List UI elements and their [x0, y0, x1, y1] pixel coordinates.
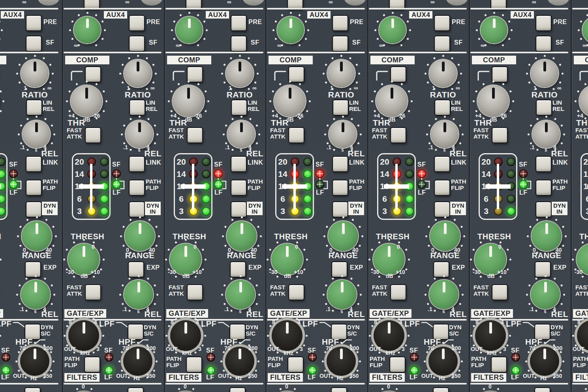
next-knob-partial[interactable] — [73, 390, 94, 392]
comp-link-button[interactable] — [535, 156, 552, 172]
aux3-knob-partial[interactable] — [344, 0, 366, 6]
comp-ratio-knob[interactable]: 1 ∞ — [424, 54, 462, 92]
aux4-pre-button[interactable] — [434, 15, 450, 31]
comp-link-button[interactable] — [129, 156, 145, 172]
path-flip-button[interactable] — [129, 180, 145, 196]
path-flip-button[interactable] — [332, 180, 348, 196]
comp-release-knob[interactable]: .1 s 4 — [17, 115, 55, 153]
aux4-level-knob[interactable]: ∞ — [0, 11, 3, 49]
filters-path-flip-button[interactable] — [389, 356, 406, 373]
gate-fast-attack-button[interactable] — [85, 284, 101, 300]
next-knob-partial[interactable] — [276, 390, 298, 392]
aux4-level-knob[interactable]: ∞ — [577, 11, 588, 49]
gate-fast-attack-button[interactable] — [390, 284, 406, 300]
next-button-partial[interactable] — [534, 387, 550, 392]
comp-lin-rel-button[interactable] — [129, 99, 145, 116]
gate-threshold-knob[interactable]: 0 -30 dB +10 — [165, 238, 207, 280]
aux4-sf-button[interactable] — [231, 36, 247, 52]
comp-threshold-knob[interactable]: +4 dB -26 — [269, 80, 311, 122]
comp-threshold-knob[interactable]: +4 dB -26 — [371, 80, 413, 122]
dyn-in-button[interactable] — [231, 201, 247, 218]
aux4-level-knob[interactable]: ∞ — [272, 11, 309, 49]
filters-path-flip-button[interactable] — [491, 356, 507, 373]
lpf-knob[interactable]: 8 4 OUT kHz 3 — [470, 315, 511, 356]
comp-release-knob[interactable]: .1 s 4 — [324, 115, 362, 153]
filters-path-flip-button[interactable] — [186, 356, 202, 373]
gate-release-knob[interactable]: .1 s 4 — [16, 275, 55, 314]
gate-threshold-knob[interactable]: 0 -30 dB +10 — [0, 238, 2, 280]
next-knob-partial[interactable] — [175, 390, 196, 392]
comp-lin-rel-button[interactable] — [26, 99, 42, 116]
next-button-partial[interactable] — [24, 387, 41, 392]
filters-path-flip-button[interactable] — [287, 356, 304, 373]
gate-threshold-knob[interactable]: 0 -30 dB +10 — [266, 238, 308, 280]
aux4-pre-button[interactable] — [26, 15, 42, 31]
path-flip-button[interactable] — [26, 180, 42, 196]
dyn-in-button[interactable] — [535, 201, 552, 218]
aux4-pre-button[interactable] — [129, 15, 145, 31]
comp-ratio-knob[interactable]: 1 ∞ — [119, 54, 157, 92]
dyn-in-button[interactable] — [129, 201, 145, 218]
aux3-knob-partial[interactable] — [141, 0, 162, 6]
aux4-pre-button[interactable] — [231, 15, 247, 31]
gate-range-knob[interactable]: 0 40 — [323, 216, 363, 256]
dyn-in-button[interactable] — [332, 201, 348, 218]
comp-ratio-knob[interactable]: 1 ∞ — [526, 54, 564, 92]
comp-lin-rel-button[interactable] — [536, 99, 552, 116]
aux4-pre-button[interactable] — [535, 15, 552, 31]
path-flip-button[interactable] — [434, 180, 450, 196]
gate-release-knob[interactable]: .1 s 4 — [119, 275, 158, 314]
aux3-knob-partial[interactable] — [446, 0, 468, 6]
comp-fast-attack-button[interactable] — [288, 127, 304, 143]
comp-threshold-knob[interactable]: +4 dB -26 — [66, 80, 107, 122]
gate-fast-attack-button[interactable] — [492, 284, 508, 300]
gate-range-knob[interactable]: 0 40 — [425, 216, 465, 256]
aux4-level-knob[interactable]: ∞ — [171, 11, 208, 49]
gate-range-knob[interactable]: 0 40 — [526, 216, 567, 256]
comp-release-knob[interactable]: .1 s 4 — [120, 115, 158, 153]
comp-threshold-knob[interactable]: +4 dB -26 — [167, 80, 209, 122]
lpf-knob[interactable]: 8 4 OUT kHz 3 — [267, 315, 308, 356]
comp-link-button[interactable] — [332, 156, 348, 172]
aux4-sf-button[interactable] — [129, 36, 145, 52]
comp-ratio-knob[interactable]: 1 ∞ — [322, 54, 360, 92]
gate-release-knob[interactable]: .1 s 4 — [322, 275, 362, 314]
hpf-knob[interactable]: 70 200 OUT Hz 350 — [118, 341, 158, 381]
gate-threshold-knob[interactable]: 0 -30 dB +10 — [368, 238, 410, 280]
lpf-knob[interactable]: 8 4 OUT kHz 3 — [165, 315, 206, 356]
aux4-sf-button[interactable] — [26, 36, 42, 52]
hpf-knob[interactable]: 70 200 OUT Hz 350 — [525, 341, 564, 381]
comp-ratio-knob[interactable]: 1 ∞ — [221, 54, 259, 92]
lpf-knob[interactable]: 8 4 OUT kHz 3 — [368, 315, 410, 356]
gate-fast-attack-button[interactable] — [187, 284, 203, 300]
gate-threshold-knob[interactable]: 0 -30 dB +10 — [571, 238, 588, 280]
gate-release-knob[interactable]: .1 s 4 — [526, 275, 565, 314]
aux4-level-knob[interactable]: ∞ — [69, 11, 106, 49]
comp-link-button[interactable] — [26, 156, 42, 172]
comp-release-knob[interactable]: .1 s 4 — [426, 115, 464, 153]
next-knob-partial[interactable] — [378, 390, 400, 392]
gate-range-knob[interactable]: 0 40 — [17, 216, 57, 256]
lpf-knob[interactable]: 8 4 OUT kHz 3 — [63, 315, 104, 356]
dyn-in-button[interactable] — [26, 201, 42, 218]
hpf-knob[interactable]: 70 200 OUT Hz 350 — [423, 341, 463, 381]
comp-lin-rel-button[interactable] — [231, 99, 247, 116]
comp-fast-attack-button[interactable] — [85, 127, 101, 143]
next-knob-partial[interactable] — [480, 390, 501, 392]
aux4-pre-button[interactable] — [332, 15, 348, 31]
filters-path-flip-button[interactable] — [84, 356, 100, 373]
comp-fast-attack-button[interactable] — [492, 127, 508, 143]
path-flip-button[interactable] — [535, 180, 552, 196]
hpf-knob[interactable]: 70 200 OUT Hz 350 — [15, 341, 54, 381]
gate-threshold-knob[interactable]: 0 -30 dB +10 — [63, 238, 105, 280]
gate-threshold-knob[interactable]: 0 -30 dB +10 — [470, 238, 511, 280]
aux3-knob-partial[interactable] — [38, 0, 59, 6]
dyn-in-button[interactable] — [434, 201, 450, 218]
aux4-sf-button[interactable] — [434, 36, 450, 52]
gate-range-knob[interactable]: 0 40 — [120, 216, 160, 256]
aux3-knob-partial[interactable] — [243, 0, 264, 6]
comp-release-knob[interactable]: .1 s 4 — [527, 115, 565, 153]
comp-fast-attack-button[interactable] — [390, 127, 406, 143]
comp-lin-rel-button[interactable] — [434, 99, 451, 116]
comp-link-button[interactable] — [434, 156, 450, 172]
